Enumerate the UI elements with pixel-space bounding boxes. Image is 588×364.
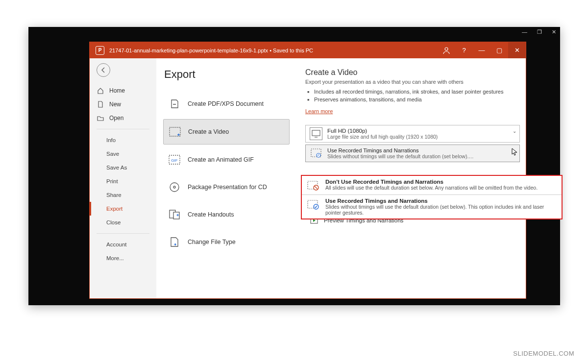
sidebar-export[interactable]: Export	[90, 202, 156, 216]
sidebar-new-label: New	[109, 101, 121, 108]
sidebar-close[interactable]: Close	[90, 216, 156, 229]
export-filetype-label: Change File Type	[188, 239, 236, 245]
gif-icon: GIF	[168, 153, 181, 166]
sidebar-open-label: Open	[109, 115, 123, 121]
watermark: SLIDEMODEL.COM	[513, 350, 574, 357]
svg-text:GIF: GIF	[171, 158, 177, 163]
titlebar: P 21747-01-annual-marketing-plan-powerpo…	[90, 42, 526, 58]
outer-window-controls: — ❐ ✕	[522, 29, 556, 35]
outer-minimize-button[interactable]: —	[522, 29, 527, 35]
open-icon	[97, 115, 104, 121]
sidebar-save[interactable]: Save	[90, 147, 156, 161]
create-video-bullets: Includes all recorded timings, narration…	[305, 88, 520, 103]
handouts-icon	[168, 208, 181, 221]
quality-title: Full HD (1080p)	[327, 128, 515, 134]
export-filetype-option[interactable]: Change File Type	[163, 230, 290, 254]
use-timings-icon	[307, 199, 319, 211]
page-title: Export	[164, 68, 290, 81]
powerpoint-window: P 21747-01-annual-marketing-plan-powerpo…	[90, 42, 526, 298]
help-button[interactable]: ?	[455, 42, 473, 58]
no-timings-icon	[307, 180, 319, 192]
minimize-button[interactable]: —	[473, 42, 490, 58]
document-title: 21747-01-annual-marketing-plan-powerpoin…	[109, 48, 313, 53]
sidebar-print[interactable]: Print	[90, 174, 156, 188]
account-icon[interactable]	[438, 42, 455, 58]
export-cd-label: Package Presentation for CD	[188, 184, 267, 191]
popup-dont-use-timings[interactable]: Don't Use Recorded Timings and Narration…	[302, 176, 562, 195]
video-icon	[169, 125, 181, 138]
new-icon	[97, 101, 104, 108]
sidebar-home-label: Home	[109, 87, 125, 94]
svg-rect-8	[312, 130, 320, 136]
timings-desc: Slides without timings will use the defa…	[327, 153, 474, 159]
export-video-label: Create a Video	[188, 128, 229, 135]
timings-icon	[310, 147, 322, 160]
export-video-option[interactable]: Create a Video	[163, 119, 290, 145]
sidebar-share[interactable]: Share	[90, 188, 156, 202]
export-pdf-label: Create PDF/XPS Document	[188, 100, 264, 107]
monitor-icon	[310, 127, 322, 140]
export-gif-label: Create an Animated GIF	[188, 156, 254, 163]
timings-title: Use Recorded Timings and Narrations	[327, 147, 474, 153]
sidebar-saveas[interactable]: Save As	[90, 161, 156, 174]
outer-close-button[interactable]: ✕	[552, 29, 556, 35]
pdf-icon	[168, 97, 181, 110]
svg-point-0	[445, 48, 448, 50]
popup-opt2-desc: Slides without timings will use the defa…	[325, 204, 557, 216]
cd-icon	[168, 181, 181, 194]
svg-point-5	[173, 186, 175, 188]
create-video-title: Create a Video	[305, 68, 520, 77]
sidebar-divider-2	[97, 233, 149, 234]
bullet-2: Preserves animations, transitions, and m…	[307, 96, 520, 103]
cursor-icon	[512, 148, 517, 156]
outer-maximize-button[interactable]: ❐	[537, 29, 542, 35]
sidebar-account[interactable]: Account	[90, 238, 156, 251]
popup-use-timings[interactable]: Use Recorded Timings and Narrations Slid…	[302, 195, 562, 218]
filetype-icon	[168, 236, 181, 248]
sidebar-new[interactable]: New	[90, 97, 156, 111]
popup-opt1-desc: All slides will use the default duration…	[325, 185, 538, 191]
sidebar-open[interactable]: Open	[90, 111, 156, 125]
svg-point-4	[170, 183, 179, 192]
sidebar-info[interactable]: Info	[90, 133, 156, 147]
popup-opt1-title: Don't Use Recorded Timings and Narration…	[325, 179, 538, 185]
export-cd-option[interactable]: Package Presentation for CD	[163, 175, 290, 199]
sidebar-home[interactable]: Home	[90, 84, 156, 97]
restore-button[interactable]: ▢	[490, 42, 508, 58]
svg-rect-7	[173, 212, 179, 219]
export-gif-option[interactable]: GIF Create an Animated GIF	[163, 147, 290, 172]
back-button[interactable]	[97, 63, 110, 77]
chevron-down-icon: ⌄	[513, 128, 516, 134]
backstage-sidebar: Home New Open Info Save Save As Print Sh…	[90, 58, 156, 298]
export-handouts-option[interactable]: Create Handouts	[163, 202, 290, 227]
export-options-column: Export Create PDF/XPS Document Create a …	[156, 58, 296, 298]
close-button[interactable]: ✕	[508, 42, 526, 58]
quality-dropdown[interactable]: Full HD (1080p) Large file size and full…	[305, 125, 520, 143]
export-handouts-label: Create Handouts	[188, 211, 234, 218]
home-icon	[97, 87, 104, 94]
timings-dropdown-popup: Don't Use Recorded Timings and Narration…	[301, 175, 563, 219]
timings-dropdown[interactable]: Use Recorded Timings and Narrations Slid…	[305, 145, 520, 162]
powerpoint-logo-icon: P	[96, 46, 104, 55]
sidebar-more[interactable]: More...	[90, 251, 156, 265]
export-pdf-option[interactable]: Create PDF/XPS Document	[163, 92, 290, 116]
popup-opt2-title: Use Recorded Timings and Narrations	[325, 198, 557, 204]
create-video-subtitle: Export your presentation as a video that…	[305, 79, 520, 85]
sidebar-divider	[97, 129, 149, 129]
bullet-1: Includes all recorded timings, narration…	[307, 88, 520, 96]
learn-more-link[interactable]: Learn more	[305, 108, 333, 114]
quality-desc: Large file size and full high quality (1…	[327, 134, 515, 140]
